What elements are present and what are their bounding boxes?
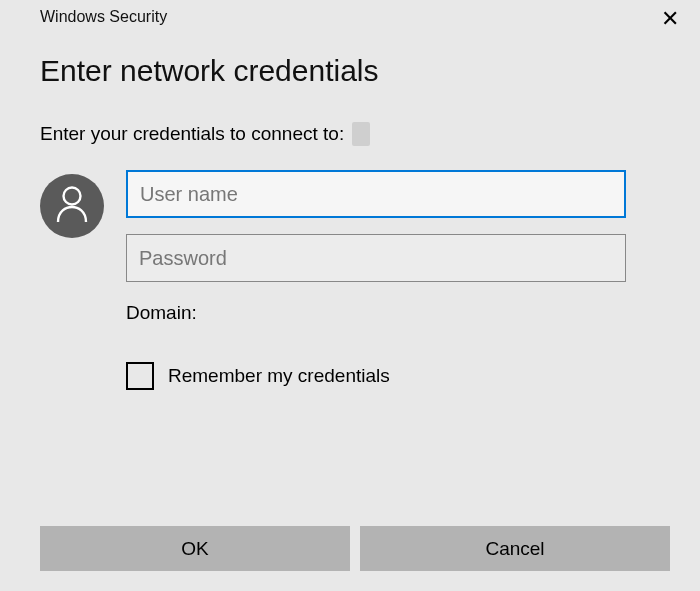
button-row: OK Cancel <box>40 526 670 571</box>
cancel-button[interactable]: Cancel <box>360 526 670 571</box>
fields-column: Domain: Remember my credentials <box>126 170 660 390</box>
remember-row: Remember my credentials <box>126 340 626 390</box>
username-input[interactable] <box>126 170 626 218</box>
titlebar: Windows Security ✕ <box>0 0 700 30</box>
domain-label: Domain: <box>126 298 626 324</box>
titlebar-title: Windows Security <box>40 8 167 26</box>
password-input[interactable] <box>126 234 626 282</box>
subheading-text: Enter your credentials to connect to: <box>40 123 344 145</box>
credentials-dialog: Windows Security ✕ Enter network credent… <box>0 0 700 591</box>
remember-checkbox[interactable] <box>126 362 154 390</box>
user-avatar <box>40 174 104 238</box>
user-icon <box>55 185 89 227</box>
close-icon[interactable]: ✕ <box>655 8 685 30</box>
credentials-area: Domain: Remember my credentials <box>0 146 700 390</box>
ok-button[interactable]: OK <box>40 526 350 571</box>
svg-point-0 <box>64 188 81 205</box>
dialog-subheading: Enter your credentials to connect to: <box>0 104 700 146</box>
remember-label: Remember my credentials <box>168 365 390 387</box>
dialog-heading: Enter network credentials <box>0 30 700 104</box>
target-name-redacted <box>352 122 370 146</box>
